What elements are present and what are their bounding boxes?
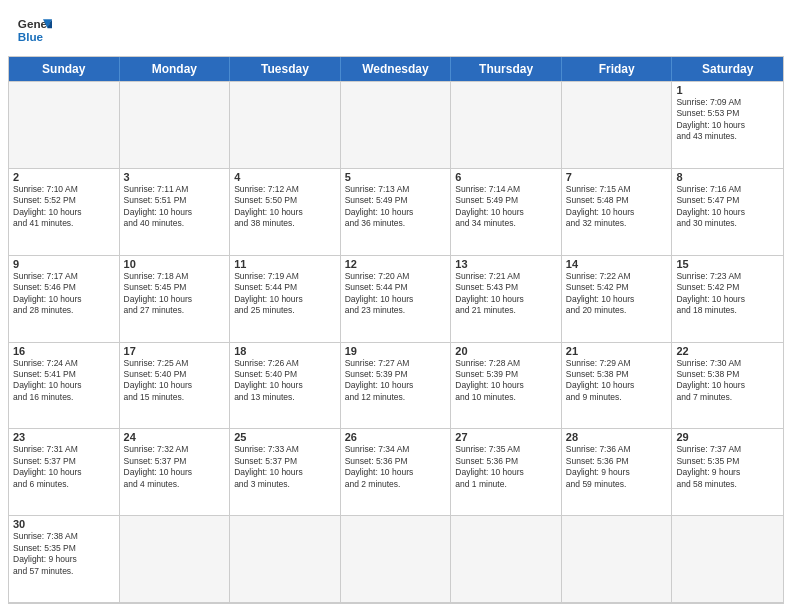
day-number: 1 [676,84,779,96]
day-info: Sunrise: 7:26 AM Sunset: 5:40 PM Dayligh… [234,358,336,404]
header-tuesday: Tuesday [230,57,341,81]
day-info: Sunrise: 7:10 AM Sunset: 5:52 PM Dayligh… [13,184,115,230]
calendar-cell: 24Sunrise: 7:32 AM Sunset: 5:37 PM Dayli… [120,429,231,516]
day-number: 8 [676,171,779,183]
day-info: Sunrise: 7:12 AM Sunset: 5:50 PM Dayligh… [234,184,336,230]
calendar-cell: 29Sunrise: 7:37 AM Sunset: 5:35 PM Dayli… [672,429,783,516]
day-info: Sunrise: 7:13 AM Sunset: 5:49 PM Dayligh… [345,184,447,230]
calendar-cell: 5Sunrise: 7:13 AM Sunset: 5:49 PM Daylig… [341,169,452,256]
calendar-cell [120,516,231,603]
day-info: Sunrise: 7:21 AM Sunset: 5:43 PM Dayligh… [455,271,557,317]
day-number: 29 [676,431,779,443]
logo-icon: General Blue [16,12,52,48]
calendar-cell [562,516,673,603]
calendar-cell: 23Sunrise: 7:31 AM Sunset: 5:37 PM Dayli… [9,429,120,516]
svg-text:Blue: Blue [18,30,44,43]
calendar-cell: 3Sunrise: 7:11 AM Sunset: 5:51 PM Daylig… [120,169,231,256]
day-info: Sunrise: 7:14 AM Sunset: 5:49 PM Dayligh… [455,184,557,230]
day-info: Sunrise: 7:17 AM Sunset: 5:46 PM Dayligh… [13,271,115,317]
day-number: 16 [13,345,115,357]
day-info: Sunrise: 7:09 AM Sunset: 5:53 PM Dayligh… [676,97,779,143]
calendar-cell: 22Sunrise: 7:30 AM Sunset: 5:38 PM Dayli… [672,343,783,430]
calendar-cell: 15Sunrise: 7:23 AM Sunset: 5:42 PM Dayli… [672,256,783,343]
day-info: Sunrise: 7:34 AM Sunset: 5:36 PM Dayligh… [345,444,447,490]
calendar-cell: 1Sunrise: 7:09 AM Sunset: 5:53 PM Daylig… [672,82,783,169]
day-number: 26 [345,431,447,443]
calendar-cell: 20Sunrise: 7:28 AM Sunset: 5:39 PM Dayli… [451,343,562,430]
day-info: Sunrise: 7:30 AM Sunset: 5:38 PM Dayligh… [676,358,779,404]
day-number: 14 [566,258,668,270]
day-info: Sunrise: 7:25 AM Sunset: 5:40 PM Dayligh… [124,358,226,404]
header-saturday: Saturday [672,57,783,81]
calendar-cell [120,82,231,169]
calendar-header: Sunday Monday Tuesday Wednesday Thursday… [9,57,783,81]
calendar-cell [562,82,673,169]
day-info: Sunrise: 7:36 AM Sunset: 5:36 PM Dayligh… [566,444,668,490]
day-number: 15 [676,258,779,270]
day-number: 23 [13,431,115,443]
day-number: 19 [345,345,447,357]
day-info: Sunrise: 7:28 AM Sunset: 5:39 PM Dayligh… [455,358,557,404]
day-number: 9 [13,258,115,270]
day-number: 2 [13,171,115,183]
day-info: Sunrise: 7:18 AM Sunset: 5:45 PM Dayligh… [124,271,226,317]
calendar-cell: 18Sunrise: 7:26 AM Sunset: 5:40 PM Dayli… [230,343,341,430]
day-info: Sunrise: 7:15 AM Sunset: 5:48 PM Dayligh… [566,184,668,230]
day-info: Sunrise: 7:19 AM Sunset: 5:44 PM Dayligh… [234,271,336,317]
header-monday: Monday [120,57,231,81]
calendar-cell: 14Sunrise: 7:22 AM Sunset: 5:42 PM Dayli… [562,256,673,343]
day-number: 13 [455,258,557,270]
day-info: Sunrise: 7:11 AM Sunset: 5:51 PM Dayligh… [124,184,226,230]
day-number: 4 [234,171,336,183]
day-info: Sunrise: 7:22 AM Sunset: 5:42 PM Dayligh… [566,271,668,317]
day-number: 12 [345,258,447,270]
calendar-cell: 25Sunrise: 7:33 AM Sunset: 5:37 PM Dayli… [230,429,341,516]
header-sunday: Sunday [9,57,120,81]
day-info: Sunrise: 7:35 AM Sunset: 5:36 PM Dayligh… [455,444,557,490]
calendar-cell: 2Sunrise: 7:10 AM Sunset: 5:52 PM Daylig… [9,169,120,256]
calendar-body: 1Sunrise: 7:09 AM Sunset: 5:53 PM Daylig… [9,81,783,603]
calendar-cell: 12Sunrise: 7:20 AM Sunset: 5:44 PM Dayli… [341,256,452,343]
day-number: 27 [455,431,557,443]
calendar-cell [9,82,120,169]
day-number: 18 [234,345,336,357]
calendar-cell: 9Sunrise: 7:17 AM Sunset: 5:46 PM Daylig… [9,256,120,343]
calendar-cell [451,82,562,169]
calendar-cell [672,516,783,603]
calendar-cell: 7Sunrise: 7:15 AM Sunset: 5:48 PM Daylig… [562,169,673,256]
calendar-cell: 13Sunrise: 7:21 AM Sunset: 5:43 PM Dayli… [451,256,562,343]
header-thursday: Thursday [451,57,562,81]
day-info: Sunrise: 7:27 AM Sunset: 5:39 PM Dayligh… [345,358,447,404]
day-number: 24 [124,431,226,443]
day-info: Sunrise: 7:33 AM Sunset: 5:37 PM Dayligh… [234,444,336,490]
day-number: 6 [455,171,557,183]
day-info: Sunrise: 7:24 AM Sunset: 5:41 PM Dayligh… [13,358,115,404]
calendar-cell [341,516,452,603]
day-info: Sunrise: 7:16 AM Sunset: 5:47 PM Dayligh… [676,184,779,230]
day-info: Sunrise: 7:37 AM Sunset: 5:35 PM Dayligh… [676,444,779,490]
calendar-cell: 19Sunrise: 7:27 AM Sunset: 5:39 PM Dayli… [341,343,452,430]
day-number: 22 [676,345,779,357]
calendar-cell: 10Sunrise: 7:18 AM Sunset: 5:45 PM Dayli… [120,256,231,343]
calendar-cell: 17Sunrise: 7:25 AM Sunset: 5:40 PM Dayli… [120,343,231,430]
calendar-cell: 6Sunrise: 7:14 AM Sunset: 5:49 PM Daylig… [451,169,562,256]
day-info: Sunrise: 7:31 AM Sunset: 5:37 PM Dayligh… [13,444,115,490]
day-number: 3 [124,171,226,183]
calendar-cell: 8Sunrise: 7:16 AM Sunset: 5:47 PM Daylig… [672,169,783,256]
day-info: Sunrise: 7:20 AM Sunset: 5:44 PM Dayligh… [345,271,447,317]
calendar-cell: 4Sunrise: 7:12 AM Sunset: 5:50 PM Daylig… [230,169,341,256]
day-info: Sunrise: 7:23 AM Sunset: 5:42 PM Dayligh… [676,271,779,317]
day-info: Sunrise: 7:38 AM Sunset: 5:35 PM Dayligh… [13,531,115,577]
header-wednesday: Wednesday [341,57,452,81]
calendar-cell: 16Sunrise: 7:24 AM Sunset: 5:41 PM Dayli… [9,343,120,430]
calendar-cell [230,516,341,603]
day-info: Sunrise: 7:32 AM Sunset: 5:37 PM Dayligh… [124,444,226,490]
header-friday: Friday [562,57,673,81]
calendar: Sunday Monday Tuesday Wednesday Thursday… [8,56,784,604]
calendar-cell: 27Sunrise: 7:35 AM Sunset: 5:36 PM Dayli… [451,429,562,516]
calendar-cell [341,82,452,169]
calendar-cell: 30Sunrise: 7:38 AM Sunset: 5:35 PM Dayli… [9,516,120,603]
logo: General Blue [16,12,52,48]
day-number: 5 [345,171,447,183]
day-number: 21 [566,345,668,357]
